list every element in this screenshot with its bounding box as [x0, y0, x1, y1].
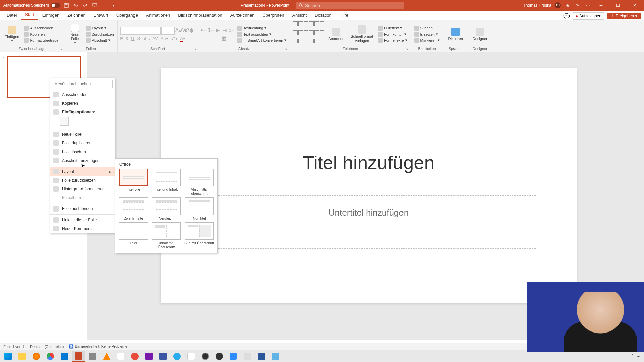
clear-format-icon[interactable]: Aϕ	[186, 27, 191, 32]
layout-option-zwei-inhalte[interactable]: Zwei Inhalte	[118, 197, 149, 220]
ctx-reset-slide[interactable]: Folie zurücksetzen	[50, 176, 115, 185]
smartart-button[interactable]: In SmartArt konvertieren ▾	[236, 38, 287, 43]
tab-entwurf[interactable]: Entwurf	[90, 11, 112, 20]
system-tray[interactable]: ˄ ☁	[632, 354, 643, 358]
tray-cloud-icon[interactable]: ☁	[636, 354, 640, 358]
save-icon[interactable]	[63, 2, 70, 9]
align-left-icon[interactable]: ≡	[201, 35, 204, 41]
app-icon-2[interactable]	[114, 351, 127, 362]
redo-icon[interactable]	[82, 2, 89, 9]
tab-animationen[interactable]: Animationen	[142, 11, 174, 20]
align-center-icon[interactable]: ≡	[206, 35, 209, 41]
numbering-icon[interactable]: 1≡	[208, 27, 214, 34]
shape-effects-button[interactable]: Formeffekte ▾	[377, 38, 408, 43]
ctx-layout[interactable]: Layout▶	[50, 167, 115, 176]
text-direction-button[interactable]: Textrichtung ▾	[236, 25, 287, 31]
font-color-button[interactable]: A▾	[180, 36, 186, 41]
obs-icon[interactable]	[199, 351, 212, 362]
tab-zeichnen[interactable]: Zeichnen	[63, 11, 89, 20]
ctx-hide-slide[interactable]: Folie ausblenden	[50, 204, 115, 213]
reset-button[interactable]: Zurücksetzen	[85, 32, 115, 37]
app-icon-7[interactable]	[269, 351, 282, 362]
layout-option-inhalt-ueberschrift[interactable]: Inhalt mit Überschrift	[151, 222, 182, 249]
touch-mode-icon[interactable]: ↕	[101, 2, 107, 9]
align-text-button[interactable]: Text ausrichten ▾	[236, 32, 287, 37]
title-placeholder[interactable]: Titel hinzufügen	[201, 129, 536, 196]
bold-button[interactable]: F	[120, 36, 123, 41]
share-button[interactable]: ⇧Freigeben▾	[607, 13, 641, 19]
tab-hilfe[interactable]: Hilfe	[336, 11, 353, 20]
app-icon-5[interactable]	[213, 351, 226, 362]
layout-option-abschnitt[interactable]: Abschnitts-überschrift	[184, 169, 215, 195]
dialog-launcher-icon[interactable]: ↘	[406, 47, 410, 51]
indent-inc-icon[interactable]: ⇥	[222, 27, 227, 34]
align-right-icon[interactable]: ≡	[211, 35, 214, 41]
arrange-button[interactable]: Anordnen	[326, 21, 346, 47]
italic-button[interactable]: K	[126, 36, 129, 41]
dialog-launcher-icon[interactable]: ↘	[285, 47, 289, 51]
search-box[interactable]	[296, 2, 404, 9]
context-menu-search[interactable]	[52, 80, 113, 88]
ctx-copy[interactable]: Kopieren	[50, 99, 115, 108]
bullets-icon[interactable]: •≡	[201, 27, 206, 34]
app-icon-4[interactable]	[184, 351, 198, 362]
layout-option-titelfolie[interactable]: Titelfolie	[118, 169, 149, 195]
highlight-button[interactable]: 🖍▾	[171, 36, 178, 41]
slide-canvas[interactable]: Titel hinzufügen Untertitel hinzufügen	[161, 68, 577, 303]
language-status[interactable]: Deutsch (Österreich)	[30, 345, 64, 349]
record-button[interactable]: ●Aufzeichnen	[572, 12, 605, 20]
line-spacing-icon[interactable]: ↕≡	[229, 27, 234, 34]
outlook-icon[interactable]	[58, 351, 71, 362]
dictate-button[interactable]: Diktieren	[446, 21, 465, 47]
quick-styles-button[interactable]: Schnellformat-vorlagen	[348, 21, 375, 47]
strike-button[interactable]: S	[137, 36, 140, 41]
privacy-icon[interactable]: ✎	[574, 2, 581, 9]
case-button[interactable]: Aa▾	[161, 36, 168, 41]
vlc-icon[interactable]	[100, 351, 113, 362]
present-from-start-icon[interactable]	[91, 2, 98, 9]
tab-bildschirmpraesentation[interactable]: Bildschirmpräsentation	[174, 11, 226, 20]
zoom-icon[interactable]	[227, 351, 240, 362]
layout-button[interactable]: Layout ▾	[85, 25, 115, 31]
font-size-input[interactable]	[161, 27, 175, 35]
powerpoint-icon[interactable]	[72, 351, 85, 362]
file-explorer-icon[interactable]	[15, 351, 29, 362]
grow-font-icon[interactable]: A▴	[175, 27, 180, 32]
indent-dec-icon[interactable]: ⇤	[216, 27, 220, 34]
ctx-delete-slide[interactable]: Folie löschen	[50, 147, 115, 156]
ctx-new-comment[interactable]: Neuer Kommentar	[50, 224, 115, 233]
copy-button[interactable]: Kopieren	[23, 32, 61, 37]
tray-chevron-icon[interactable]: ˄	[632, 354, 634, 358]
window-icon[interactable]: ▭	[584, 2, 591, 9]
start-button[interactable]	[1, 351, 15, 362]
ctx-link-slide[interactable]: Link zu dieser Folie	[50, 216, 115, 224]
app-icon-1[interactable]	[86, 351, 99, 362]
find-button[interactable]: Suchen	[414, 25, 441, 31]
font-family-input[interactable]	[120, 27, 161, 35]
tab-aufzeichnen[interactable]: Aufzeichnen	[226, 11, 259, 20]
ctx-format-background[interactable]: Hintergrund formatieren...	[50, 185, 115, 193]
new-slide-button[interactable]: Neue Folie▾	[67, 21, 83, 47]
undo-icon[interactable]	[72, 2, 79, 9]
autosave-toggle[interactable]: Automatisches Speichern	[3, 3, 60, 8]
spacing-button[interactable]: AV	[152, 36, 158, 41]
ctx-paste-option[interactable]	[50, 116, 115, 128]
layout-option-bild-ueberschrift[interactable]: Bild mit Überschrift	[184, 222, 215, 249]
ctx-cut[interactable]: Ausschneiden	[50, 90, 115, 99]
ctx-duplicate-slide[interactable]: Folie duplizieren	[50, 139, 115, 147]
telegram-icon[interactable]	[170, 351, 184, 362]
tab-dictation[interactable]: Dictation	[311, 11, 336, 20]
onenote-icon[interactable]	[142, 351, 156, 362]
shape-fill-button[interactable]: Fülleffekt ▾	[377, 25, 408, 31]
dialog-launcher-icon[interactable]: ↘	[193, 47, 197, 51]
cut-button[interactable]: Ausschneiden	[23, 25, 61, 31]
avatar[interactable]: TH	[555, 2, 561, 8]
ctx-add-section[interactable]: Abschnitt hinzufügen	[50, 156, 115, 165]
minimize-button[interactable]: ─	[594, 0, 608, 11]
tab-uebergaenge[interactable]: Übergänge	[112, 11, 142, 20]
dialog-launcher-icon[interactable]: ↘	[59, 47, 63, 51]
search-input[interactable]	[305, 3, 401, 8]
tab-ueberpruefen[interactable]: Überprüfen	[258, 11, 288, 20]
layout-option-nur-titel[interactable]: Nur Titel	[184, 197, 215, 220]
columns-icon[interactable]: ▦	[221, 35, 226, 41]
